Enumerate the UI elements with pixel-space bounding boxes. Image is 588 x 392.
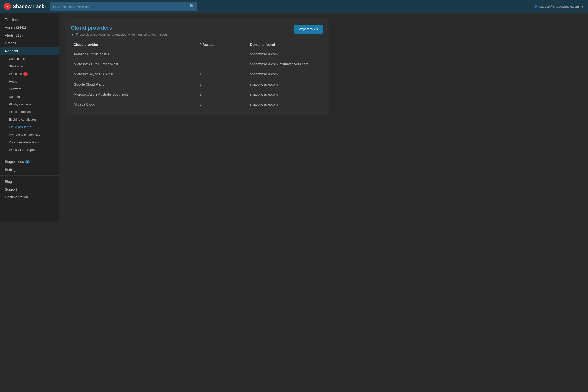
title-area: Cloud providers ▼ These cloud services w… (71, 25, 168, 36)
main-content: Cloud providers ▼ These cloud services w… (59, 13, 335, 220)
page-title: Cloud providers (71, 25, 168, 31)
col-header-assets: # Assets (197, 40, 247, 49)
sidebar-item-remote-login[interactable]: Remote login services (0, 131, 59, 138)
sidebar-item-settings[interactable]: Settings (0, 166, 59, 174)
sidebar-item-datadump[interactable]: Datadump detections (0, 138, 59, 146)
table-header-row: Cloud provider # Assets Domains found (71, 40, 323, 49)
cell-domains: shadowtrackr.com (247, 49, 323, 59)
sidebar-item-blog[interactable]: Blog (0, 178, 59, 186)
sidebar-item-support[interactable]: Support (0, 186, 59, 193)
sidebar-item-documentation[interactable]: Documentation (0, 193, 59, 201)
subtitle: ▼ These cloud services were detected whi… (71, 32, 168, 36)
sidebar-item-domains[interactable]: Domains (0, 93, 59, 100)
sidebar-item-expiring-certificates[interactable]: Expiring certificates (0, 116, 59, 123)
sidebar-item-websites[interactable]: Websites 4 (0, 70, 59, 78)
sidebar-item-blacklisted[interactable]: Blacklisted (0, 62, 59, 70)
sidebar-item-cloud-providers[interactable]: Cloud providers (0, 123, 59, 131)
cell-assets: 8 (197, 59, 247, 69)
logo[interactable]: ● ShadowTrackr (4, 3, 46, 10)
cell-domains: shadowtrackr.com (247, 80, 323, 90)
cell-provider: Microsoft Azure Europe West (71, 59, 197, 69)
table-row: Microsoft Skype US public 1 shadowtrackr… (71, 69, 323, 80)
sidebar-item-assets[interactable]: Assets (2441) (0, 24, 59, 31)
sidebar-item-hosts[interactable]: Hosts (0, 78, 59, 85)
search-input[interactable] (50, 2, 186, 10)
sidebar-item-email-addresses[interactable]: Email addresses (0, 108, 59, 116)
sidebar-item-reports[interactable]: Reports (0, 47, 59, 55)
cell-assets: 2 (197, 90, 247, 100)
table-row: Alibaba Cloud 5 shadowtrackr.com (71, 100, 323, 110)
cell-assets: 3 (197, 80, 247, 90)
sidebar: Timeline Assets (2441) Alerts (213) Grap… (0, 13, 59, 220)
cell-domains: shadowtrackr.com, testmyservers.com (247, 59, 323, 69)
sidebar-item-software[interactable]: Software (0, 85, 59, 93)
cell-provider: Amazon EC2 us-east-1 (71, 49, 197, 59)
cell-domains: shadowtrackr.com (247, 90, 323, 100)
cell-provider: Alibaba Cloud (71, 100, 197, 110)
sidebar-item-certificates[interactable]: Certificates (0, 55, 59, 62)
suggestions-badge: 2 (25, 160, 30, 164)
table-row: Google Cloud Platform 3 shadowtrackr.com (71, 80, 323, 90)
logo-icon: ● (4, 3, 11, 10)
sidebar-item-suggestions[interactable]: Suggestions 2 (0, 158, 59, 166)
logo-text: ShadowTrackr (13, 4, 46, 9)
table-row: Microsoft Azure Europe West 8 shadowtrac… (71, 59, 323, 69)
table-row: Microsoft Azure Australia Southeast 2 sh… (71, 90, 323, 100)
col-header-provider: Cloud provider (71, 40, 197, 49)
content-box: Cloud providers ▼ These cloud services w… (65, 18, 329, 116)
table-row: Amazon EC2 us-east-1 5 shadowtrackr.com (71, 49, 323, 59)
cell-domains: shadowtrackr.com (247, 100, 323, 110)
col-header-domains: Domains found (247, 40, 323, 49)
search-button[interactable]: 🔍 (186, 2, 197, 11)
sidebar-item-timeline[interactable]: Timeline (0, 16, 59, 24)
cell-provider: Google Cloud Platform (71, 80, 197, 90)
layout: Timeline Assets (2441) Alerts (213) Grap… (0, 13, 335, 220)
sidebar-divider-2 (0, 176, 59, 176)
subtitle-arrow-icon: ▼ (71, 32, 74, 36)
sidebar-divider (0, 156, 59, 156)
sidebar-item-phishy-domains[interactable]: Phishy domains (0, 100, 59, 108)
cell-assets: 1 (197, 69, 247, 80)
cloud-providers-table: Cloud provider # Assets Domains found Am… (71, 40, 323, 109)
search-container: 🔍 (50, 2, 197, 11)
header: ● ShadowTrackr 🔍 👤 support@shadowtrackr.… (0, 0, 335, 13)
sidebar-item-weekly-pdf[interactable]: Weekly PDF report (0, 146, 59, 154)
cell-assets: 5 (197, 100, 247, 110)
cell-provider: Microsoft Skype US public (71, 69, 197, 80)
websites-badge: 4 (23, 72, 28, 76)
content-header: Cloud providers ▼ These cloud services w… (71, 25, 323, 36)
cell-provider: Microsoft Azure Australia Southeast (71, 90, 197, 100)
sidebar-item-alerts[interactable]: Alerts (213) (0, 31, 59, 39)
export-button[interactable]: export to xls (294, 25, 323, 34)
cell-domains: shadowtrackr.com (247, 69, 323, 80)
cell-assets: 5 (197, 49, 247, 59)
sidebar-item-graphs[interactable]: Graphs (0, 39, 59, 47)
